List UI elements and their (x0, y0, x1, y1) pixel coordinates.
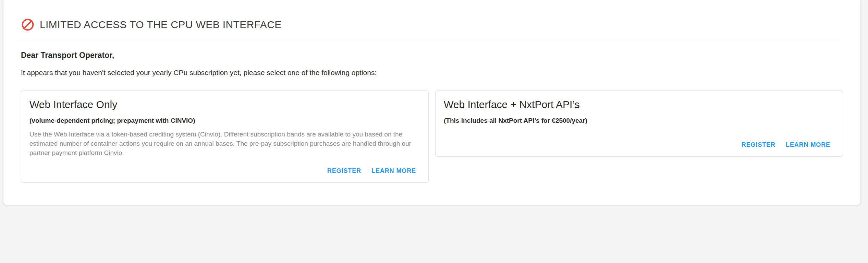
card-subtitle: (volume-dependent pricing; prepayment wi… (29, 117, 420, 124)
card-actions: REGISTER LEARN MORE (444, 136, 834, 154)
header-divider (21, 39, 843, 39)
card-web-interface-nxtport-api: Web Interface + NxtPort API’s (This incl… (435, 90, 843, 157)
register-button[interactable]: REGISTER (737, 138, 780, 152)
learn-more-button[interactable]: LEARN MORE (782, 138, 834, 152)
subscription-options: Web Interface Only (volume-dependent pri… (21, 90, 843, 183)
card-title: Web Interface + NxtPort API’s (444, 98, 834, 111)
intro-text: It appears that you haven't selected you… (21, 69, 843, 77)
card-web-interface-only: Web Interface Only (volume-dependent pri… (21, 90, 429, 183)
card-subtitle: (This includes all NxtPort API’s for €25… (444, 117, 834, 124)
greeting-text: Dear Transport Operator, (21, 51, 843, 60)
card-actions: REGISTER LEARN MORE (29, 162, 420, 180)
block-icon (21, 18, 35, 32)
card-description: Use the Web Interface via a token-based … (29, 130, 420, 157)
register-button[interactable]: REGISTER (323, 164, 365, 178)
page-header: LIMITED ACCESS TO THE CPU WEB INTERFACE (21, 0, 843, 32)
content-panel: LIMITED ACCESS TO THE CPU WEB INTERFACE … (3, 0, 860, 205)
page-title: LIMITED ACCESS TO THE CPU WEB INTERFACE (40, 19, 282, 31)
card-title: Web Interface Only (29, 98, 420, 111)
learn-more-button[interactable]: LEARN MORE (367, 164, 420, 178)
